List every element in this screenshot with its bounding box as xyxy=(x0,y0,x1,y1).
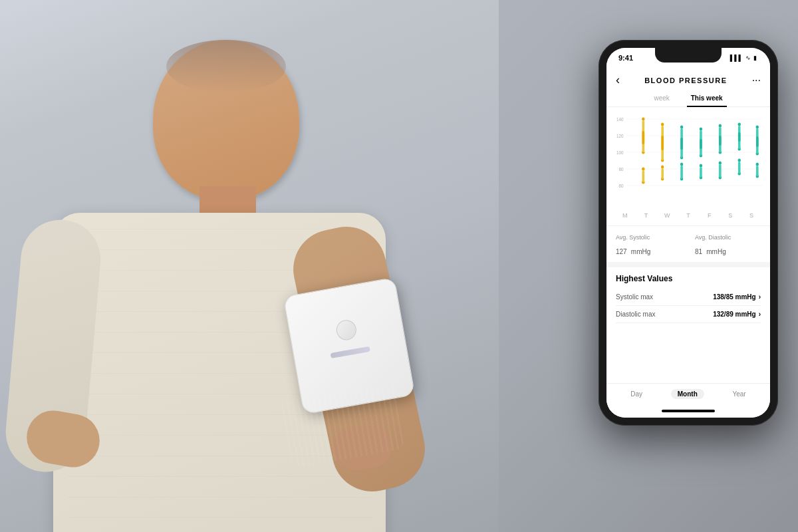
systolic-max-label: Systolic max xyxy=(616,293,653,301)
svg-point-38 xyxy=(719,124,722,128)
svg-rect-20 xyxy=(661,136,664,150)
svg-rect-37 xyxy=(700,167,702,178)
svg-text:140: 140 xyxy=(616,117,624,122)
svg-text:80: 80 xyxy=(619,167,624,172)
screen-title: BLOOD PRESSURE xyxy=(644,76,727,84)
svg-rect-44 xyxy=(719,164,722,178)
man-photo-area xyxy=(0,0,499,532)
svg-rect-30 xyxy=(680,166,683,179)
phone-frame: 9:41 ▌▌▌ ∿ ▮ ‹ BLOOD PRESSURE ··· week T… xyxy=(598,40,778,426)
bp-device-button xyxy=(334,319,358,342)
systolic-value: 127 mmHg xyxy=(616,242,682,257)
app-header: ‹ BLOOD PRESSURE ··· xyxy=(606,68,770,90)
systolic-label: Avg. Systolic xyxy=(616,234,682,241)
day-label-w: W xyxy=(660,212,674,219)
diastolic-unit: mmHg xyxy=(706,248,726,255)
day-label-t1: T xyxy=(639,212,654,219)
svg-point-28 xyxy=(680,163,684,166)
diastolic-max-label: Diastolic max xyxy=(616,311,655,318)
bottom-tabs: Day Month Year xyxy=(606,383,770,404)
bp-chart: 140 120 100 80 60 xyxy=(614,112,762,205)
svg-point-31 xyxy=(700,128,703,131)
back-button[interactable]: ‹ xyxy=(616,73,620,87)
systolic-stat: Avg. Systolic 127 mmHg xyxy=(616,234,682,257)
systolic-unit: mmHg xyxy=(631,248,650,255)
svg-point-17 xyxy=(661,123,664,126)
svg-point-24 xyxy=(680,126,684,129)
man-hair xyxy=(166,40,286,93)
svg-point-10 xyxy=(642,118,645,121)
svg-text:60: 60 xyxy=(619,184,624,188)
chevron-right-icon-2: › xyxy=(759,311,761,318)
tab-day[interactable]: Day xyxy=(624,389,649,399)
week-tabs: week This week xyxy=(606,90,770,107)
tab-week[interactable]: week xyxy=(650,92,673,104)
diastolic-number: 81 xyxy=(695,248,702,255)
wifi-icon: ∿ xyxy=(745,55,751,61)
home-indicator xyxy=(606,404,770,418)
diastolic-stat: Avg. Diastolic 81 mmHg xyxy=(695,234,761,257)
day-label-s1: S xyxy=(723,212,737,219)
tab-month[interactable]: Month xyxy=(671,389,704,399)
section-divider xyxy=(606,262,770,267)
phone-notch xyxy=(655,48,722,63)
status-time: 9:41 xyxy=(618,54,633,62)
svg-point-49 xyxy=(737,159,741,162)
svg-point-45 xyxy=(737,123,741,126)
day-label-t2: T xyxy=(681,212,696,219)
status-icons: ▌▌▌ ∿ ▮ xyxy=(730,55,757,61)
svg-point-14 xyxy=(642,168,645,171)
phone-screen: 9:41 ▌▌▌ ∿ ▮ ‹ BLOOD PRESSURE ··· week T… xyxy=(606,48,770,418)
highest-section: Highest Values Systolic max 138/85 mmHg … xyxy=(606,267,770,330)
systolic-max-value: 138/85 mmHg xyxy=(713,293,755,301)
diastolic-value: 81 mmHg xyxy=(695,242,761,257)
svg-point-56 xyxy=(756,163,759,166)
svg-text:120: 120 xyxy=(616,134,624,138)
svg-rect-27 xyxy=(680,138,683,150)
bp-brand xyxy=(330,346,370,358)
table-row[interactable]: Systolic max 138/85 mmHg › xyxy=(616,289,761,306)
diastolic-max-value-container: 132/89 mmHg › xyxy=(713,311,761,318)
stats-section: Avg. Systolic 127 mmHg Avg. Diastolic 81… xyxy=(606,229,770,262)
svg-rect-41 xyxy=(719,136,722,146)
svg-rect-55 xyxy=(756,136,759,147)
day-labels: M T W T F S S xyxy=(606,211,770,220)
svg-text:100: 100 xyxy=(616,150,624,155)
systolic-number: 127 xyxy=(616,248,627,255)
chevron-right-icon: › xyxy=(759,293,761,301)
svg-rect-58 xyxy=(756,166,759,176)
home-bar xyxy=(662,410,715,412)
phone-container: 9:41 ▌▌▌ ∿ ▮ ‹ BLOOD PRESSURE ··· week T… xyxy=(598,40,778,426)
day-label-s2: S xyxy=(744,212,759,219)
diastolic-max-value: 132/89 mmHg xyxy=(713,311,755,318)
chart-divider xyxy=(606,225,770,226)
svg-rect-48 xyxy=(738,132,741,142)
svg-rect-51 xyxy=(738,162,741,174)
table-row[interactable]: Diastolic max 132/89 mmHg › xyxy=(616,306,761,323)
day-label-f: F xyxy=(702,212,717,219)
svg-point-42 xyxy=(719,162,722,165)
signal-icon: ▌▌▌ xyxy=(730,55,743,61)
svg-point-52 xyxy=(756,126,759,129)
more-button[interactable]: ··· xyxy=(752,74,761,86)
svg-rect-23 xyxy=(661,168,664,179)
highest-title: Highest Values xyxy=(616,274,761,283)
svg-rect-16 xyxy=(642,170,645,182)
chart-area: 140 120 100 80 60 xyxy=(606,107,770,211)
systolic-max-value-container: 138/85 mmHg › xyxy=(713,293,761,301)
man-body xyxy=(33,40,432,532)
day-label-m: M xyxy=(618,212,632,219)
tab-this-week[interactable]: This week xyxy=(687,92,727,104)
tab-year[interactable]: Year xyxy=(726,389,752,399)
diastolic-label: Avg. Diastolic xyxy=(695,234,761,241)
svg-rect-13 xyxy=(642,131,645,144)
battery-icon: ▮ xyxy=(753,55,757,61)
svg-point-21 xyxy=(661,166,664,169)
svg-rect-34 xyxy=(700,139,702,149)
svg-point-35 xyxy=(700,164,703,168)
